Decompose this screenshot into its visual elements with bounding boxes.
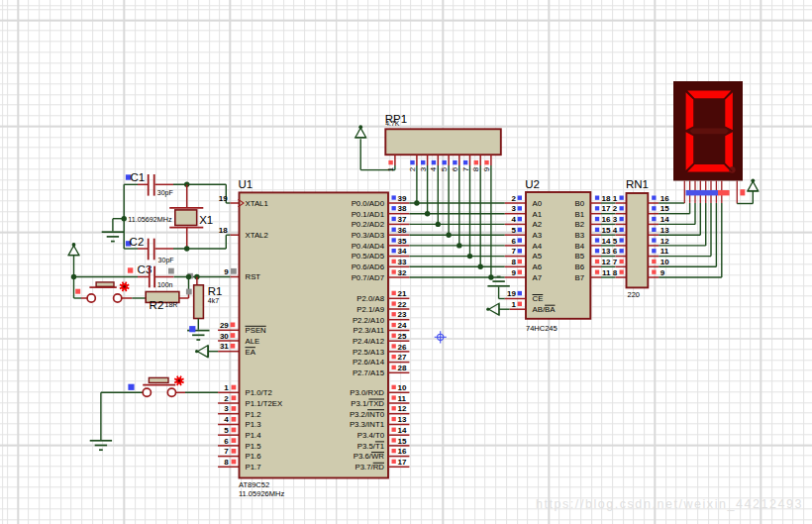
- svg-text:31: 31: [220, 342, 229, 351]
- svg-text:CE: CE: [533, 294, 544, 303]
- svg-text:6: 6: [224, 437, 229, 446]
- svg-text:7: 7: [512, 247, 517, 256]
- svg-text:12: 12: [660, 237, 669, 246]
- svg-text:B7: B7: [574, 273, 584, 282]
- svg-text:5: 5: [224, 426, 229, 435]
- svg-text:8: 8: [613, 268, 618, 277]
- svg-text:11: 11: [602, 268, 611, 277]
- svg-text:14: 14: [660, 215, 669, 224]
- svg-text:C1: C1: [131, 171, 146, 183]
- svg-text:P0.1/AD1: P0.1/AD1: [352, 210, 384, 219]
- svg-text:P3.2/INT0: P3.2/INT0: [350, 410, 385, 419]
- svg-text:1: 1: [613, 194, 618, 203]
- svg-text:P1.0/T2: P1.0/T2: [246, 388, 272, 397]
- svg-text:17: 17: [602, 204, 611, 213]
- svg-text:3: 3: [512, 204, 517, 213]
- svg-text:P3.6/WR: P3.6/WR: [354, 452, 385, 461]
- svg-text:A5: A5: [533, 252, 543, 261]
- svg-text:P0.7/AD7: P0.7/AD7: [352, 273, 384, 282]
- svg-text:13: 13: [398, 415, 407, 424]
- svg-text:9: 9: [660, 268, 665, 277]
- svg-text:6: 6: [613, 247, 618, 256]
- svg-text:13: 13: [660, 226, 669, 235]
- svg-text:33: 33: [398, 258, 407, 266]
- svg-text:30pF: 30pF: [158, 257, 174, 264]
- svg-text:16: 16: [660, 194, 669, 203]
- svg-text:P1.7: P1.7: [246, 463, 261, 472]
- svg-text:15: 15: [660, 204, 669, 213]
- svg-text:5: 5: [440, 166, 449, 171]
- svg-text:https://blog.csdn.net/weixin_4: https://blog.csdn.net/weixin_44212493: [536, 497, 803, 511]
- svg-text:P0.4/AD4: P0.4/AD4: [352, 242, 385, 251]
- svg-text:A2: A2: [533, 220, 543, 229]
- svg-text:B4: B4: [574, 242, 584, 251]
- svg-text:4k7: 4k7: [208, 297, 219, 304]
- svg-text:P2.1/A9: P2.1/A9: [356, 305, 384, 314]
- svg-text:ALE: ALE: [246, 337, 260, 346]
- svg-text:7: 7: [613, 258, 618, 266]
- svg-text:7: 7: [461, 166, 470, 171]
- svg-text:U2: U2: [525, 178, 540, 190]
- svg-text:U1: U1: [239, 178, 254, 190]
- svg-text:P1.1/T2EX: P1.1/T2EX: [246, 399, 284, 408]
- svg-text:1: 1: [512, 300, 517, 309]
- svg-text:XTAL1: XTAL1: [246, 199, 268, 208]
- svg-text:16: 16: [602, 215, 611, 224]
- svg-text:100n: 100n: [157, 281, 173, 288]
- svg-text:P0.0/AD0: P0.0/AD0: [352, 199, 385, 208]
- svg-text:R1: R1: [208, 285, 223, 297]
- svg-text:29: 29: [220, 321, 229, 330]
- svg-text:A4: A4: [533, 242, 543, 251]
- svg-text:11.05926MHz: 11.05926MHz: [239, 489, 284, 498]
- svg-text:P3.3/INT1: P3.3/INT1: [350, 420, 384, 429]
- svg-text:12: 12: [398, 404, 407, 413]
- svg-text:27: 27: [398, 353, 407, 362]
- svg-text:AT89C52: AT89C52: [239, 480, 269, 489]
- svg-text:6: 6: [451, 166, 459, 171]
- svg-text:220: 220: [628, 290, 641, 299]
- svg-text:28: 28: [398, 364, 407, 372]
- svg-text:P3.0/RXD: P3.0/RXD: [350, 388, 384, 397]
- svg-text:P2.0/A8: P2.0/A8: [356, 294, 384, 303]
- svg-text:2: 2: [512, 194, 517, 203]
- svg-text:B0: B0: [574, 199, 584, 208]
- svg-text:9: 9: [512, 268, 517, 277]
- svg-text:XTAL2: XTAL2: [246, 231, 268, 240]
- svg-text:23: 23: [398, 310, 407, 319]
- svg-text:A0: A0: [533, 199, 543, 208]
- svg-text:8: 8: [512, 258, 517, 266]
- svg-text:5: 5: [512, 226, 517, 235]
- svg-text:30: 30: [220, 332, 229, 341]
- svg-text:19: 19: [219, 194, 228, 203]
- svg-text:C2: C2: [130, 236, 145, 248]
- svg-text:B6: B6: [574, 262, 584, 271]
- svg-text:B1: B1: [574, 210, 584, 219]
- svg-text:PSEN: PSEN: [246, 326, 266, 335]
- svg-text:9: 9: [482, 166, 491, 171]
- svg-text:3: 3: [613, 215, 618, 224]
- svg-text:B2: B2: [574, 220, 584, 229]
- svg-text:13: 13: [602, 247, 611, 256]
- svg-text:12: 12: [602, 258, 611, 266]
- svg-text:P2.4/A12: P2.4/A12: [353, 337, 384, 346]
- svg-text:30pF: 30pF: [157, 189, 173, 197]
- svg-text:P1.3: P1.3: [246, 420, 261, 429]
- svg-text:P1.4: P1.4: [246, 431, 262, 440]
- svg-text:11: 11: [660, 247, 669, 256]
- svg-text:3: 3: [224, 404, 229, 413]
- svg-text:17: 17: [398, 458, 407, 467]
- svg-text:A7: A7: [533, 273, 543, 282]
- svg-text:14: 14: [398, 426, 407, 435]
- svg-text:6: 6: [512, 237, 517, 246]
- svg-text:P3.4/T0: P3.4/T0: [357, 431, 385, 440]
- svg-text:P3.7/RD: P3.7/RD: [355, 463, 385, 472]
- svg-text:4.7K: 4.7K: [385, 120, 399, 127]
- svg-text:B3: B3: [574, 231, 584, 240]
- svg-text:16: 16: [398, 447, 407, 456]
- svg-text:18: 18: [219, 226, 228, 235]
- svg-text:11: 11: [398, 394, 407, 403]
- svg-text:11.05692MHz: 11.05692MHz: [128, 215, 172, 224]
- svg-text:5: 5: [613, 237, 618, 246]
- svg-text:P0.3/AD3: P0.3/AD3: [352, 231, 384, 240]
- svg-text:X1: X1: [199, 214, 213, 226]
